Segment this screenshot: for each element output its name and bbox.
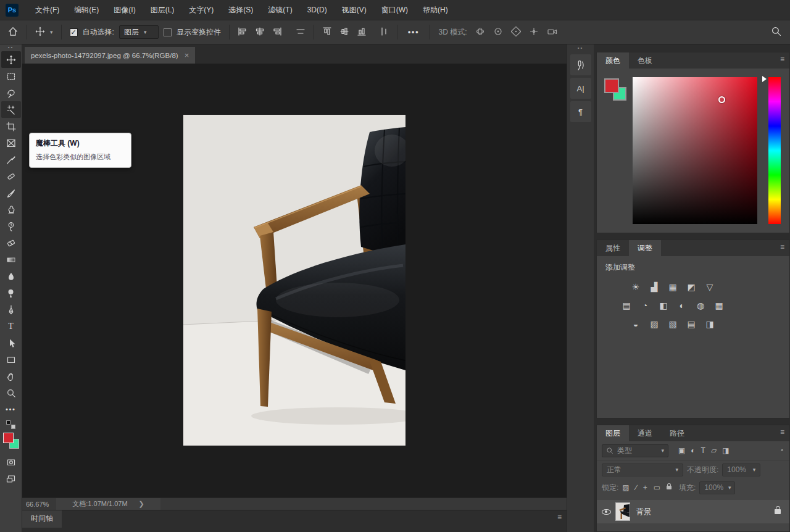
frame-tool[interactable] (1, 135, 21, 151)
color-balance-icon[interactable]: ◔ (638, 300, 652, 312)
lock-paint-icon[interactable]: ∕ (636, 483, 637, 492)
history-brush-tool[interactable] (1, 218, 21, 235)
tab-channels[interactable]: 通道 (629, 425, 661, 441)
filter-type-layers-icon[interactable]: T (701, 446, 705, 455)
menu-select[interactable]: 选择(S) (222, 2, 260, 18)
filter-adjustment-layers-icon[interactable]: ◐ (691, 446, 695, 455)
screen-mode-icon[interactable] (1, 470, 21, 487)
lock-artboard-icon[interactable]: ▭ (654, 483, 660, 492)
layer-locked-icon[interactable] (775, 509, 781, 514)
menu-filter[interactable]: 滤镜(T) (261, 2, 299, 18)
timeline-menu-icon[interactable]: ≡ (552, 510, 567, 524)
status-chevron-icon[interactable]: ❯ (139, 500, 144, 508)
paragraph-panel-icon[interactable]: ¶ (570, 101, 591, 122)
layer-row-background[interactable]: 背景 (597, 500, 789, 523)
filter-pixel-layers-icon[interactable]: ▣ (678, 446, 685, 455)
tab-swatches[interactable]: 色板 (629, 52, 661, 69)
menu-file[interactable]: 文件(F) (28, 2, 66, 18)
foreground-background-swatches[interactable] (3, 433, 19, 449)
hue-saturation-icon[interactable]: ▤ (620, 300, 634, 312)
blend-mode-dropdown[interactable]: 正常▾ (602, 463, 683, 476)
selective-color-icon[interactable]: ◨ (703, 318, 717, 330)
3d-roll-icon[interactable] (493, 27, 503, 38)
saturation-brightness-field[interactable] (633, 77, 757, 224)
tab-adjustments[interactable]: 调整 (629, 240, 661, 256)
timeline-tab[interactable]: 时间轴 (22, 510, 62, 528)
magic-wand-tool[interactable] (1, 101, 21, 118)
levels-icon[interactable]: ▟ (647, 281, 662, 293)
photo-chair[interactable] (183, 115, 405, 446)
spot-healing-brush-tool[interactable] (1, 168, 21, 185)
character-panel-icon[interactable]: A| (570, 78, 591, 99)
pen-tool[interactable] (1, 301, 21, 318)
brush-tool[interactable] (1, 185, 21, 201)
filter-shape-layers-icon[interactable]: ▱ (711, 446, 717, 455)
type-tool[interactable]: T (1, 318, 21, 335)
menu-edit[interactable]: 编辑(E) (67, 2, 106, 18)
color-lookup-icon[interactable]: ▦ (712, 300, 726, 312)
more-tools-icon[interactable]: ••• (1, 401, 21, 418)
move-tool[interactable] (1, 51, 21, 68)
menu-type[interactable]: 文字(Y) (182, 2, 220, 18)
align-bottom-icon[interactable] (357, 27, 367, 38)
default-colors-icon[interactable] (6, 420, 16, 429)
panel-menu-icon[interactable]: ≡ (775, 52, 789, 69)
dodge-tool[interactable] (1, 285, 21, 301)
show-transform-checkbox[interactable]: ✓ (164, 28, 172, 36)
fill-input[interactable]: 100%▾ (699, 481, 735, 494)
rectangle-tool[interactable] (1, 351, 21, 368)
align-top-icon[interactable] (322, 27, 332, 38)
toolbar-drag-handle[interactable]: •• (8, 46, 14, 49)
vibrance-icon[interactable]: ▽ (703, 281, 717, 293)
distribute-horizontal-icon[interactable] (296, 27, 306, 38)
layer-thumbnail[interactable] (615, 502, 630, 521)
lock-position-icon[interactable]: + (643, 483, 647, 492)
rectangular-marquee-tool[interactable] (1, 68, 21, 85)
dock-drag-handle[interactable]: •• (578, 46, 584, 50)
blur-tool[interactable] (1, 268, 21, 285)
lock-all-icon[interactable] (667, 486, 672, 489)
brightness-contrast-icon[interactable]: ☀ (629, 281, 643, 293)
clone-stamp-tool[interactable] (1, 201, 21, 218)
tab-paths[interactable]: 路径 (661, 425, 693, 441)
posterize-icon[interactable]: ▨ (647, 318, 662, 330)
menu-layer[interactable]: 图层(L) (144, 2, 181, 18)
chevron-down-icon[interactable]: ▾ (50, 29, 53, 35)
3d-slide-icon[interactable] (529, 27, 539, 38)
black-white-icon[interactable]: ◧ (657, 300, 671, 312)
tab-layers[interactable]: 图层 (597, 425, 629, 441)
zoom-level[interactable]: 66.67% (22, 501, 56, 508)
quick-mask-icon[interactable] (1, 454, 21, 470)
zoom-tool[interactable] (1, 384, 21, 401)
panel-foreground-background[interactable] (604, 78, 629, 103)
hue-slider-marker[interactable] (762, 76, 767, 82)
invert-icon[interactable]: ◒ (629, 318, 643, 330)
crop-tool[interactable] (1, 118, 21, 135)
eyedropper-tool[interactable] (1, 151, 21, 168)
menu-help[interactable]: 帮助(H) (416, 2, 455, 18)
curves-icon[interactable]: ▦ (666, 281, 680, 293)
photo-filter-icon[interactable]: ◐ (675, 300, 689, 312)
align-center-icon[interactable] (255, 27, 265, 38)
3d-drag-icon[interactable] (511, 27, 521, 38)
hand-tool[interactable] (1, 368, 21, 384)
search-icon[interactable] (771, 26, 781, 38)
auto-select-checkbox[interactable]: ✓ (70, 28, 78, 36)
lock-transparency-icon[interactable]: ▨ (622, 483, 629, 492)
close-icon[interactable]: × (185, 51, 189, 60)
hue-slider[interactable] (768, 77, 781, 224)
threshold-icon[interactable]: ▧ (666, 318, 680, 330)
document-size-info[interactable]: 文档:1.07M/1.07M ❯ (56, 498, 160, 510)
home-icon[interactable] (7, 26, 19, 39)
document-tab[interactable]: pexels-photo-14792097.jpeg @ 66.7%(RGB/8… (25, 47, 195, 64)
filter-smart-objects-icon[interactable]: ◨ (722, 446, 729, 455)
exposure-icon[interactable]: ◩ (684, 281, 699, 293)
3d-camera-icon[interactable] (547, 27, 558, 38)
panel-menu-icon[interactable]: ≡ (775, 425, 789, 441)
menu-view[interactable]: 视图(V) (335, 2, 373, 18)
tab-color[interactable]: 颜色 (597, 52, 629, 69)
panel-foreground-swatch[interactable] (604, 78, 619, 93)
photoshop-logo[interactable]: Ps (6, 4, 19, 17)
channel-mixer-icon[interactable]: ◍ (694, 300, 708, 312)
foreground-color-swatch[interactable] (3, 433, 14, 443)
